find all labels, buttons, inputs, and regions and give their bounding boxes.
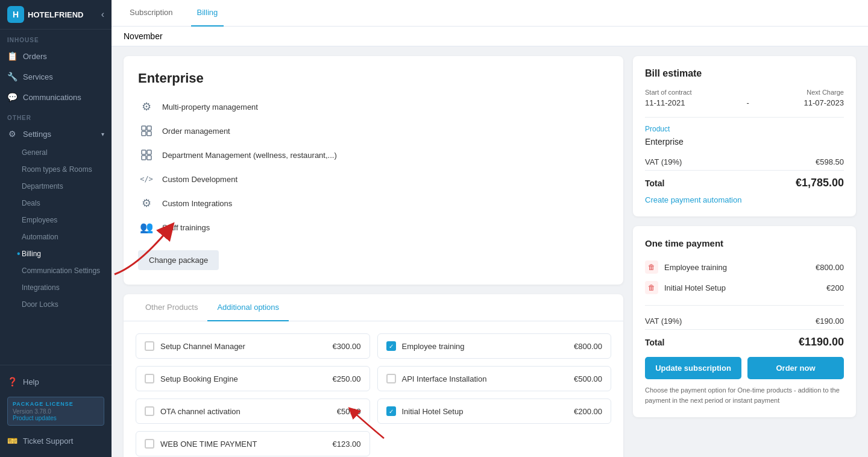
sidebar-toggle[interactable]: ‹ [101, 9, 104, 20]
next-charge-col: Next Charge 11-07-2023 [804, 89, 844, 107]
svg-rect-5 [147, 150, 151, 154]
feature-custom-integrations: ⚙ Custom Integrations [138, 195, 609, 212]
vat-row: VAT (19%) €598.50 [645, 154, 844, 170]
tabs-card-wrapper: Other Products Additional options Setup … [124, 294, 623, 457]
checkbox-employee-training[interactable] [386, 341, 396, 351]
month-header: November [112, 27, 868, 46]
help-icon: ❓ [7, 377, 17, 386]
checkbox-api-interface[interactable] [386, 374, 396, 383]
sidebar-item-settings[interactable]: ⚙ Settings ▾ [0, 124, 112, 144]
communications-icon: 💬 [7, 92, 17, 102]
tabs-card: Other Products Additional options Setup … [124, 294, 623, 457]
one-time-vat-row: VAT (19%) €190.00 [645, 313, 844, 329]
feature-staff-training: 👥 Staff trainings [138, 219, 609, 236]
sidebar-item-general[interactable]: General [14, 144, 112, 161]
enterprise-card: Enterprise ⚙ Multi-property management O… [124, 56, 623, 285]
services-icon: 🔧 [7, 72, 17, 81]
tab-other-products[interactable]: Other Products [136, 294, 207, 321]
sidebar-item-label: Services [23, 72, 53, 81]
bill-estimate-card: Bill estimate Start of contract 11-11-20… [633, 56, 856, 216]
sidebar-item-label: Door Locks [22, 300, 58, 309]
settings-icon: ⚙ [7, 129, 17, 139]
option-price: €500.00 [574, 374, 602, 383]
option-price: €800.00 [574, 342, 602, 351]
sidebar-header: H HOTELFRIEND ‹ [0, 0, 112, 30]
contract-start-col: Start of contract 11-11-2021 [645, 89, 692, 107]
sidebar-item-deals[interactable]: Deals [14, 195, 112, 212]
one-time-vat-value: €190.00 [816, 317, 844, 326]
sidebar-item-label: Integrations [22, 283, 60, 292]
option-web-one-time: WEB ONE TIME PAYMENT €123.00 [136, 431, 370, 456]
one-time-title: One time payment [645, 238, 844, 248]
tabs-header: Other Products Additional options [124, 294, 623, 321]
chevron-down-icon: ▾ [101, 131, 104, 137]
one-time-total-row: Total €1190.00 [645, 329, 844, 348]
section-label-other: OTHER [0, 107, 112, 124]
option-label: WEB ONE TIME PAYMENT [160, 440, 327, 449]
start-value: 11-11-2021 [645, 98, 692, 107]
checkbox-web-one-time[interactable] [145, 439, 154, 449]
ticket-icon: 🎫 [7, 436, 17, 446]
product-updates-link[interactable]: Product updates [13, 415, 99, 421]
vat-value: €598.50 [816, 157, 844, 166]
sidebar-item-departments[interactable]: Departments [14, 178, 112, 195]
option-setup-channel: Setup Channel Manager €300.00 [136, 333, 370, 359]
one-time-payment-card: One time payment 🗑 Employee training €80… [633, 226, 856, 417]
svg-rect-0 [142, 126, 146, 130]
sidebar-item-orders[interactable]: 📋 Orders [0, 46, 112, 66]
multi-property-icon: ⚙ [138, 98, 155, 115]
sidebar-item-billing[interactable]: Billing [14, 245, 112, 262]
sidebar-item-communications[interactable]: 💬 Communications [0, 87, 112, 107]
tab-subscription[interactable]: Subscription [124, 0, 179, 27]
option-setup-booking: Setup Booking Engine €250.00 [136, 366, 370, 391]
change-package-button[interactable]: Change package [138, 250, 219, 270]
update-subscription-button[interactable]: Update subscription [645, 357, 741, 379]
create-payment-automation-link[interactable]: Create payment automation [645, 195, 844, 204]
one-time-label: Employee training [664, 263, 810, 272]
checkbox-setup-channel[interactable] [145, 341, 154, 351]
next-charge-value: 11-07-2023 [804, 98, 844, 107]
sidebar-item-help[interactable]: ❓ Help [0, 371, 112, 392]
option-label: Employee training [402, 342, 568, 351]
sidebar-item-communication-settings[interactable]: Communication Settings [14, 262, 112, 279]
option-api-interface: API Interface Installation €500.00 [377, 366, 612, 391]
contract-info-row: Start of contract 11-11-2021 - Next Char… [645, 89, 844, 107]
sidebar-item-label: Orders [23, 52, 47, 61]
options-grid: Setup Channel Manager €300.00 Employee t… [136, 333, 611, 456]
feature-dept-mgmt: Department Management (wellness, restaur… [138, 147, 609, 163]
sidebar-item-integrations[interactable]: Integrations [14, 279, 112, 296]
sidebar-item-label: Room types & Rooms [22, 165, 92, 174]
section-label-inhouse: INHOUSE [0, 30, 112, 46]
sidebar-item-automation[interactable]: Automation [14, 228, 112, 245]
tab-billing[interactable]: Billing [191, 0, 224, 27]
sidebar-item-employees[interactable]: Employees [14, 212, 112, 228]
feature-list: ⚙ Multi-property management Order manage… [138, 98, 609, 236]
trash-icon-employee[interactable]: 🗑 [645, 260, 658, 274]
feature-custom-dev: </> Custom Development [138, 171, 609, 188]
one-time-label: Initial Hotel Setup [664, 283, 820, 292]
next-charge-label: Next Charge [804, 89, 844, 96]
tab-additional-options[interactable]: Additional options [207, 294, 289, 321]
sidebar-item-door-locks[interactable]: Door Locks [14, 296, 112, 313]
trash-icon-hotel[interactable]: 🗑 [645, 281, 658, 294]
svg-rect-1 [147, 126, 151, 130]
order-now-button[interactable]: Order now [747, 357, 844, 379]
checkbox-setup-booking[interactable] [145, 374, 154, 383]
month-label: November [124, 31, 163, 41]
content-area: Enterprise ⚙ Multi-property management O… [112, 46, 868, 457]
orders-icon: 📋 [7, 51, 17, 61]
sidebar-item-room-types[interactable]: Room types & Rooms [14, 161, 112, 178]
svg-rect-3 [147, 131, 151, 136]
logo-icon: H [7, 6, 24, 23]
feature-label: Staff trainings [162, 223, 210, 232]
sidebar-item-ticket-support[interactable]: 🎫 Ticket Support [0, 430, 112, 451]
option-label: Initial Hotel Setup [402, 407, 568, 416]
order-mgmt-icon [138, 122, 155, 139]
sidebar-item-services[interactable]: 🔧 Services [0, 66, 112, 87]
sidebar-item-label: Departments [22, 182, 63, 191]
option-label: OTA channel activation [160, 407, 331, 416]
checkbox-initial-hotel[interactable] [386, 406, 396, 416]
top-bar: Subscription Billing [112, 0, 868, 27]
checkbox-ota-channel[interactable] [145, 406, 154, 416]
feature-multi-property: ⚙ Multi-property management [138, 98, 609, 115]
